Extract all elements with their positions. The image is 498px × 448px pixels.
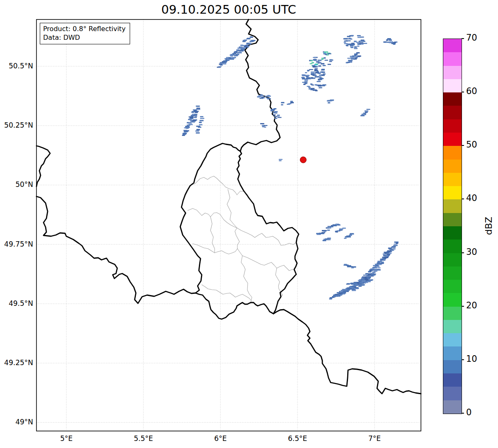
echo-pixel — [383, 41, 387, 43]
colorbar-tick — [462, 252, 464, 253]
echo-pixel — [358, 37, 361, 38]
colorbar-segment — [443, 346, 462, 360]
echo-pixel — [323, 53, 326, 55]
echo-pixel — [241, 49, 245, 50]
echo-pixel — [200, 116, 203, 117]
echo-pixel — [374, 267, 377, 268]
echo-pixel — [313, 90, 317, 91]
echo-pixel — [328, 53, 331, 54]
echo-pixel — [184, 131, 188, 132]
echo-pixel — [279, 159, 283, 160]
echo-pixel — [273, 112, 276, 113]
echo-pixel — [342, 228, 346, 229]
echo-pixel — [327, 227, 331, 228]
radar-weather-app: 09.10.2025 00:05 UTC Product: 0.8° Refle… — [0, 0, 498, 448]
echo-pixel — [245, 45, 248, 46]
map-frame — [36, 19, 421, 431]
colorbar-segment — [443, 133, 462, 146]
radar-site-marker — [300, 157, 306, 163]
echo-pixel — [278, 117, 281, 118]
x-axis-tick-label: 6.5°E — [288, 434, 307, 443]
colorbar-segment — [443, 119, 462, 133]
echo-pixel — [389, 249, 392, 250]
echo-pixel — [310, 63, 312, 64]
echo-pixel — [323, 240, 326, 241]
canton-border — [276, 268, 283, 297]
echo-pixel — [306, 76, 309, 77]
echo-pixel — [281, 104, 283, 105]
echo-pixel — [386, 39, 389, 41]
echo-pixel — [319, 87, 322, 88]
echo-pixel — [231, 55, 233, 56]
echo-pixel — [290, 102, 294, 103]
echo-pixel — [344, 238, 346, 239]
canton-border — [188, 208, 237, 228]
echo-pixel — [322, 232, 325, 233]
echo-pixel — [361, 284, 364, 286]
echo-pixel — [305, 80, 308, 81]
echo-pixel — [310, 83, 312, 85]
echo-pixel — [230, 58, 234, 60]
echo-pixel — [327, 237, 331, 239]
echo-pixel — [189, 124, 193, 125]
echo-pixel — [352, 266, 356, 268]
colorbar-segment — [443, 360, 462, 373]
echo-pixel — [343, 291, 346, 292]
colorbar-segment — [443, 52, 462, 65]
echo-pixel — [360, 115, 365, 116]
echo-pixel — [367, 274, 371, 276]
echo-pixel — [344, 290, 348, 291]
echo-pixel — [239, 52, 242, 53]
border-france-belgium — [36, 196, 196, 303]
echo-pixel — [317, 81, 321, 82]
echo-pixel — [262, 126, 265, 128]
echo-pixel — [337, 224, 340, 225]
echo-pixel — [305, 72, 307, 73]
colorbar-tick — [462, 92, 464, 92]
echo-pixel — [327, 230, 330, 231]
echo-pixel — [348, 44, 351, 45]
colorbar-segment — [443, 186, 462, 199]
echo-pixel — [365, 279, 368, 280]
colorbar-segment — [443, 213, 462, 226]
echo-pixel — [322, 58, 324, 59]
colorbar-segment — [443, 387, 462, 400]
echo-pixel — [224, 61, 227, 63]
colorbar-tick-label: 50 — [466, 140, 477, 150]
echo-pixel — [247, 38, 251, 39]
echo-pixel — [260, 123, 264, 124]
echo-pixel — [370, 269, 374, 270]
radar-map-canvas — [0, 0, 498, 448]
echo-pixel — [307, 86, 310, 87]
echo-pixel — [222, 63, 226, 64]
echo-pixel — [389, 41, 393, 43]
colorbar-segment — [443, 226, 462, 240]
echo-pixel — [350, 233, 354, 234]
echo-pixel — [362, 114, 365, 115]
echo-pixel — [324, 230, 326, 232]
echo-pixel — [348, 61, 352, 63]
echo-pixel — [348, 40, 351, 41]
colorbar-tick-label: 30 — [466, 247, 477, 257]
dbz-colorbar — [443, 39, 462, 414]
echo-pixel — [194, 114, 197, 115]
colorbar-axis-label: dBZ — [483, 217, 494, 235]
echo-pixel — [363, 113, 366, 114]
echo-pixel — [198, 127, 201, 128]
echo-pixel — [382, 257, 387, 258]
echo-pixel — [220, 64, 222, 65]
colorbar-segment — [443, 293, 462, 306]
echo-pixel — [346, 40, 348, 41]
echo-pixel — [322, 69, 325, 70]
echo-pixel — [314, 59, 317, 60]
colorbar-tick — [462, 306, 464, 307]
echo-pixel — [311, 71, 315, 73]
echo-pixel — [236, 54, 239, 55]
echo-pixel — [241, 48, 245, 49]
y-axis-tick-label: 49.25°N — [0, 358, 33, 367]
echo-pixel — [324, 60, 328, 61]
echo-pixel — [277, 115, 280, 116]
echo-pixel — [268, 95, 271, 97]
border-givet-pocket — [36, 146, 50, 186]
echo-pixel — [327, 239, 331, 240]
